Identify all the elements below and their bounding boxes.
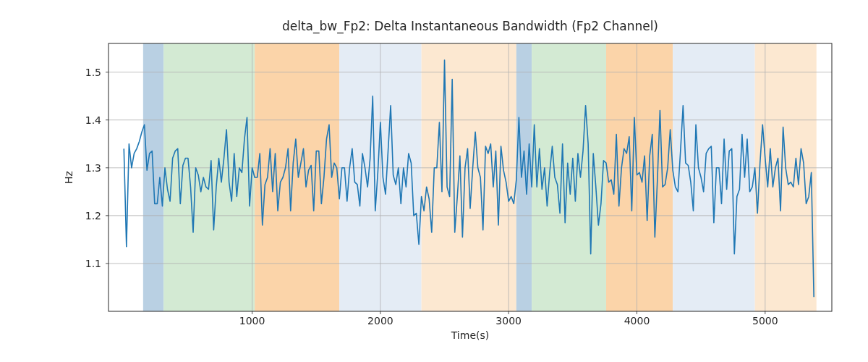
y-tick-label: 1.5 xyxy=(85,67,101,78)
background-band-8 xyxy=(673,43,754,311)
y-tick-label: 1.2 xyxy=(85,210,101,222)
x-axis-label: Time(s) xyxy=(451,329,489,341)
x-tick-label: 4000 xyxy=(624,315,650,327)
background-band-9 xyxy=(755,43,817,311)
x-tick-label: 3000 xyxy=(495,315,522,327)
plot-area xyxy=(109,43,832,311)
x-tick-label: 1000 xyxy=(239,315,265,327)
y-tick-label: 1.1 xyxy=(85,258,101,269)
y-tick-label: 1.3 xyxy=(85,162,101,174)
x-axis: 10002000300040005000 xyxy=(239,311,778,327)
y-axis: 1.11.21.31.41.5 xyxy=(85,67,109,269)
y-axis-label: Hz xyxy=(63,171,75,184)
chart-svg: 100020003000400050001.11.21.31.41.5Time(… xyxy=(0,0,868,362)
chart-title: delta_bw_Fp2: Delta Instantaneous Bandwi… xyxy=(282,19,658,34)
chart-container: 100020003000400050001.11.21.31.41.5Time(… xyxy=(0,0,868,362)
y-tick-label: 1.4 xyxy=(85,114,101,126)
x-tick-label: 5000 xyxy=(752,315,778,327)
x-tick-label: 2000 xyxy=(367,315,393,327)
background-band-5 xyxy=(516,43,532,311)
